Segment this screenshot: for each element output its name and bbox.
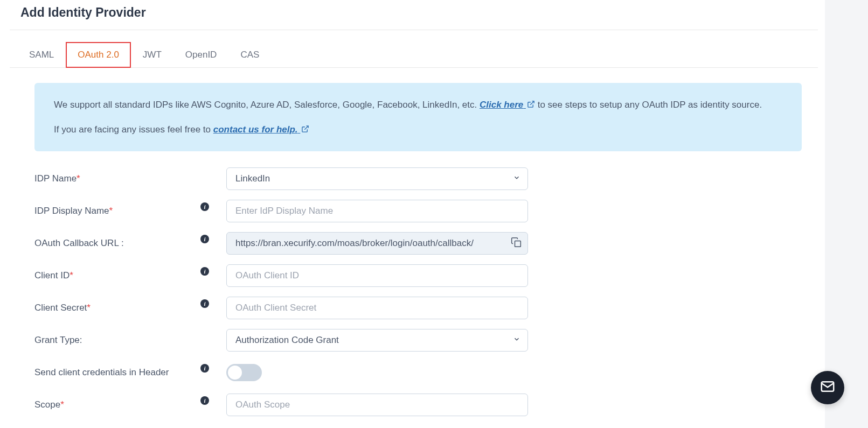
idp-name-label: IDP Name* — [34, 173, 200, 184]
idp-display-name-label: IDP Display Name* — [34, 206, 200, 216]
required-star: * — [60, 399, 64, 410]
svg-rect-2 — [515, 241, 521, 247]
client-id-input[interactable] — [226, 264, 528, 287]
callback-url-input — [226, 232, 528, 255]
required-star: * — [70, 270, 73, 280]
tab-openid[interactable]: OpenID — [173, 42, 229, 68]
required-star: * — [109, 206, 113, 216]
info-icon[interactable]: i — [200, 396, 209, 405]
mail-icon — [820, 378, 836, 397]
info-icon[interactable]: i — [200, 267, 209, 276]
info-icon[interactable]: i — [200, 364, 209, 373]
info-icon[interactable]: i — [200, 299, 209, 308]
client-id-label: Client ID* — [34, 270, 200, 281]
contact-us-link[interactable]: contact us for help. — [213, 124, 310, 135]
grant-type-label: Grant Type: — [34, 335, 200, 346]
scope-input[interactable] — [226, 394, 528, 416]
svg-line-1 — [305, 126, 309, 130]
copy-icon[interactable] — [511, 237, 522, 250]
tab-cas[interactable]: CAS — [228, 42, 271, 68]
send-in-header-label: Send client credentials in Header — [34, 367, 200, 378]
info-box: We support all standard IDPs like AWS Co… — [34, 83, 802, 151]
external-link-icon — [527, 99, 535, 113]
right-gutter — [825, 0, 868, 428]
grant-type-select[interactable]: Authorization Code Grant — [226, 329, 528, 352]
page-title: Add Identity Provider — [10, 0, 818, 30]
required-star: * — [77, 173, 80, 184]
tabs: SAML OAuth 2.0 JWT OpenID CAS — [10, 42, 818, 68]
svg-line-0 — [530, 101, 534, 105]
info-icon[interactable]: i — [200, 235, 209, 243]
send-in-header-toggle[interactable] — [226, 364, 262, 381]
idp-display-name-input[interactable] — [226, 200, 528, 222]
info-text-1a: We support all standard IDPs like AWS Co… — [54, 100, 480, 110]
toggle-knob — [228, 366, 242, 380]
required-star: * — [87, 303, 91, 313]
callback-url-label: OAuth Callback URL : — [34, 238, 200, 249]
click-here-link[interactable]: Click here — [480, 100, 535, 110]
info-text-2a: If you are facing any issues feel free t… — [54, 124, 213, 135]
tab-oauth2[interactable]: OAuth 2.0 — [66, 42, 131, 68]
chat-fab[interactable] — [811, 371, 844, 404]
scope-label: Scope* — [34, 399, 200, 410]
info-text-1b: to see steps to setup any OAuth IDP as i… — [535, 100, 762, 110]
tab-saml[interactable]: SAML — [17, 42, 66, 68]
client-secret-label: Client Secret* — [34, 303, 200, 313]
info-icon[interactable]: i — [200, 202, 209, 211]
client-secret-input[interactable] — [226, 297, 528, 319]
idp-name-select[interactable]: LinkedIn — [226, 167, 528, 190]
tab-jwt[interactable]: JWT — [131, 42, 173, 68]
external-link-icon — [301, 123, 309, 137]
